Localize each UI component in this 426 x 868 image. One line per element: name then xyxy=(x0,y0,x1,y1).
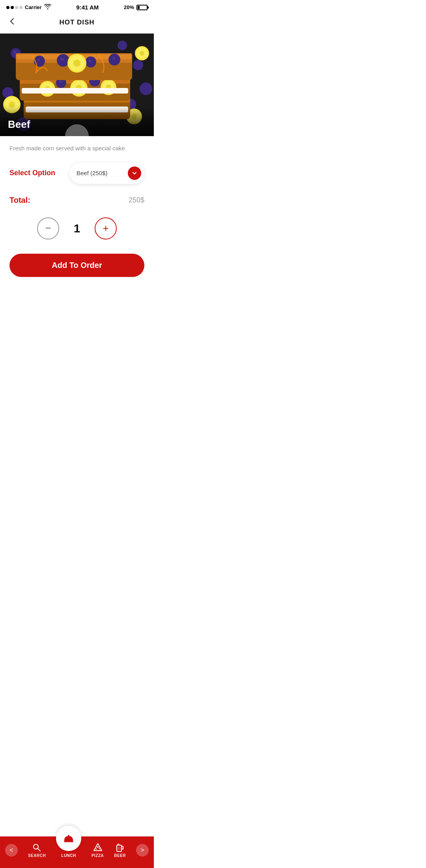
dish-name: Beef xyxy=(8,118,30,131)
add-to-order-button[interactable]: Add To Order xyxy=(9,254,144,277)
carrier-label: Carrier xyxy=(25,4,42,10)
svg-point-48 xyxy=(37,59,40,61)
wifi-icon xyxy=(44,4,51,11)
svg-point-50 xyxy=(61,58,64,61)
back-button[interactable] xyxy=(8,17,17,28)
dropdown-button[interactable] xyxy=(128,166,141,180)
dot-3 xyxy=(15,6,18,9)
svg-point-13 xyxy=(118,41,127,50)
svg-point-53 xyxy=(108,54,120,65)
header: HOT DISH xyxy=(0,13,154,34)
decrease-quantity-button[interactable]: − xyxy=(37,217,59,239)
option-selected-value: Beef (250$) xyxy=(77,170,124,176)
svg-point-57 xyxy=(73,60,80,67)
status-right: 20% xyxy=(124,4,148,10)
battery-percent: 20% xyxy=(124,4,134,10)
content-area: Fresh made corn served with a special ca… xyxy=(0,136,154,297)
select-option-row: Select Option Beef (250$) xyxy=(9,163,144,184)
status-time: 9:41 AM xyxy=(76,4,99,11)
quantity-row: − 1 + xyxy=(9,217,144,239)
svg-point-22 xyxy=(140,51,144,56)
page-title: HOT DISH xyxy=(59,19,94,26)
total-label: Total: xyxy=(9,196,30,205)
svg-point-52 xyxy=(89,60,91,62)
total-row: Total: 250$ xyxy=(9,196,144,205)
hero-image: Beef xyxy=(0,34,154,136)
status-bar: Carrier 9:41 AM 20% xyxy=(0,0,154,13)
dot-4 xyxy=(19,6,22,9)
svg-point-4 xyxy=(14,51,16,53)
option-label: Select Option xyxy=(9,169,55,177)
option-dropdown[interactable]: Beef (250$) xyxy=(69,163,144,184)
dot-2 xyxy=(11,6,14,9)
svg-point-54 xyxy=(112,57,115,60)
battery-icon xyxy=(136,5,148,10)
svg-point-40 xyxy=(59,80,62,83)
svg-point-9 xyxy=(133,60,143,70)
dot-1 xyxy=(6,6,9,9)
svg-point-51 xyxy=(85,56,96,67)
total-value: 250$ xyxy=(129,196,144,204)
svg-rect-43 xyxy=(22,88,128,94)
status-left: Carrier xyxy=(6,4,51,11)
dish-description: Fresh made corn served with a special ca… xyxy=(9,144,144,153)
quantity-value: 1 xyxy=(71,222,83,235)
signal-dots xyxy=(6,6,22,9)
increase-quantity-button[interactable]: + xyxy=(95,217,117,239)
svg-point-11 xyxy=(140,82,152,95)
